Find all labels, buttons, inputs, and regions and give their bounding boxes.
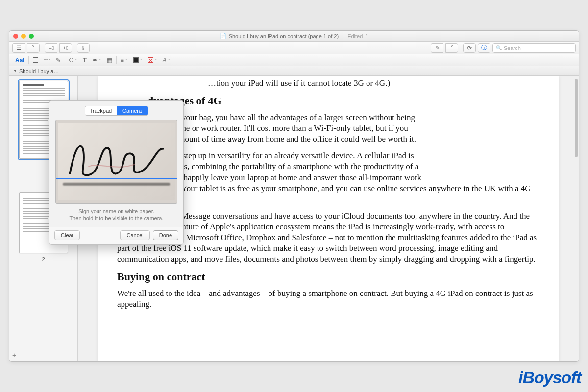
- thumbnails-header[interactable]: Should I buy a…: [9, 66, 579, 76]
- doc-fragment-top: …tion your iPad will use if it cannot lo…: [117, 78, 539, 89]
- signature-buttons: Clear Cancel Done: [49, 227, 183, 244]
- nofill-icon: [148, 57, 153, 63]
- fill-icon: [133, 57, 139, 63]
- rotate-button[interactable]: ⟳: [463, 43, 476, 53]
- maximize-window-button[interactable]: [29, 34, 34, 39]
- signature-instructions: Sign your name on white paper. Then hold…: [49, 208, 183, 222]
- camera-tab[interactable]: Camera: [117, 106, 148, 115]
- titlebar: 📄 Should I buy an iPad on contract (page…: [9, 31, 579, 42]
- rect-icon: [33, 57, 38, 63]
- search-input[interactable]: Search: [492, 43, 576, 53]
- minimize-window-button[interactable]: [21, 34, 26, 39]
- fill-color-tool[interactable]: [145, 56, 160, 65]
- add-page-button[interactable]: +: [12, 351, 16, 359]
- text-tool[interactable]: T: [80, 56, 90, 65]
- page-number-2: 2: [14, 256, 73, 262]
- markup-toolbar: AaI 〰 ✎ T ✒ ▦ ≡ A: [9, 54, 579, 66]
- signature-baseline: [56, 178, 177, 179]
- share-button[interactable]: ⇪: [77, 43, 90, 53]
- search-placeholder: Search: [504, 45, 521, 51]
- trackpad-tab[interactable]: Trackpad: [85, 106, 117, 115]
- highlight-button[interactable]: ✎: [431, 43, 443, 53]
- sidebar-toggle-button[interactable]: ☰: [12, 43, 25, 53]
- astyle-icon: A: [163, 57, 167, 64]
- close-window-button[interactable]: [13, 34, 18, 39]
- border-weight-tool[interactable]: ≡: [118, 56, 130, 65]
- sidebar-menu-button[interactable]: ˅: [27, 43, 40, 53]
- window-edited-label: — Edited: [341, 33, 363, 39]
- zoom-out-button[interactable]: −⃝: [45, 43, 57, 53]
- rect-select-tool[interactable]: [30, 56, 41, 65]
- zoom-in-button[interactable]: +⃝: [59, 43, 72, 53]
- titlebar-title: 📄 Should I buy an iPad on contract (page…: [9, 33, 579, 39]
- signature-mode-segmented-control: Trackpad Camera: [85, 106, 148, 116]
- shapes-icon: [69, 58, 74, 62]
- window-title-text: Should I buy an iPad on contract (page 1…: [229, 33, 339, 39]
- done-button[interactable]: Done: [153, 230, 178, 240]
- signature-popover: Trackpad Camera Sign your name on white …: [49, 100, 184, 245]
- sign-icon: ✒: [93, 57, 98, 64]
- markup-button[interactable]: ⓘ: [478, 43, 490, 53]
- doc-icon: 📄: [220, 33, 227, 39]
- text-selection-tool[interactable]: AaI: [12, 56, 27, 65]
- thumbnails-header-label: Should I buy a…: [19, 68, 59, 74]
- text-style-tool[interactable]: A: [160, 56, 173, 65]
- captured-signature-icon: [56, 120, 177, 200]
- border-color-tool[interactable]: [130, 56, 145, 65]
- cancel-button[interactable]: Cancel: [120, 230, 149, 240]
- shapes-tool[interactable]: [66, 56, 80, 65]
- note-tool[interactable]: ▦: [104, 56, 115, 65]
- text-icon: T: [83, 56, 87, 64]
- title-menu-chevron-icon: [365, 33, 368, 39]
- main-toolbar: ☰ ˅ −⃝ +⃝ ⇪ ✎ ˅ ⟳ ⓘ Search: [9, 42, 579, 54]
- sketch-tool[interactable]: 〰: [41, 56, 53, 65]
- doc-heading-buying: Buying on contract: [117, 270, 539, 283]
- doc-para-4: We're all used to the idea – and advanta…: [117, 288, 539, 310]
- clear-button[interactable]: Clear: [54, 230, 80, 240]
- scrollbar-thumb[interactable]: [575, 79, 578, 157]
- watermark-logo: iiBoysoftBoysoft: [518, 368, 581, 387]
- window-controls: [13, 34, 34, 39]
- draw-tool[interactable]: ✎: [53, 56, 64, 65]
- highlight-menu-button[interactable]: ˅: [445, 43, 458, 53]
- paper-edge-shadow: [63, 183, 170, 186]
- camera-preview: [55, 120, 177, 204]
- sign-tool[interactable]: ✒: [90, 56, 104, 65]
